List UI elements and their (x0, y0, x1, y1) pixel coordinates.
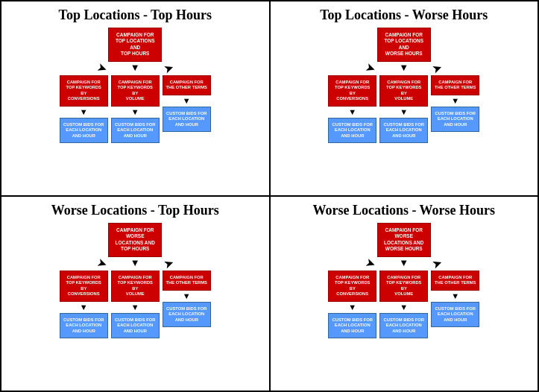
top-campaign-box-tr: CAMPAIGN FORTOP LOCATIONS ANDWORSE HOURS (377, 28, 431, 62)
bot-box-other: CUSTOM BIDS FOREACH LOCATIONAND HOUR (163, 107, 211, 133)
quadrant-title-bottom-right: Worse Locations - Worse Hours (312, 203, 495, 218)
top-campaign-box-bl: CAMPAIGN FORWORSELOCATIONS ANDTOP HOURS (108, 223, 162, 257)
quadrant-title-top-right: Top Locations - Worse Hours (320, 7, 488, 23)
diagram-bottom-right: CAMPAIGN FORWORSELOCATIONS ANDWORSE HOUR… (275, 223, 534, 338)
quadrant-bottom-left: Worse Locations - Top Hours CAMPAIGN FOR… (1, 196, 270, 391)
diagram-top-right: CAMPAIGN FORTOP LOCATIONS ANDWORSE HOURS… (275, 28, 534, 143)
mid-row: CAMPAIGN FORTOP KEYWORDS BYCONVERSIONS ▼… (6, 75, 265, 144)
quadrant-bottom-right: Worse Locations - Worse Hours CAMPAIGN F… (270, 196, 539, 391)
top-campaign-box-br: CAMPAIGN FORWORSELOCATIONS ANDWORSE HOUR… (377, 223, 431, 257)
bot-box-conversions: CUSTOM BIDS FOREACH LOCATIONAND HOUR (60, 118, 108, 144)
bot-box-volume: CUSTOM BIDS FOREACH LOCATIONAND HOUR (111, 118, 160, 144)
col-conversions: CAMPAIGN FORTOP KEYWORDS BYCONVERSIONS ▼… (60, 75, 108, 144)
quadrant-title-bottom-left: Worse Locations - Top Hours (51, 203, 219, 218)
mid-row-br: CAMPAIGN FORTOP KEYWORDS BYCONVERSIONS ▼… (275, 271, 534, 339)
mid-row-bl: CAMPAIGN FORTOP KEYWORDS BYCONVERSIONS ▼… (6, 271, 265, 339)
main-grid: Top Locations - Top Hours CAMPAIGN FORTO… (0, 0, 539, 392)
quadrant-title-top-left: Top Locations - Top Hours (59, 7, 212, 23)
quadrant-top-right: Top Locations - Worse Hours CAMPAIGN FOR… (270, 1, 539, 196)
quadrant-top-left: Top Locations - Top Hours CAMPAIGN FORTO… (1, 1, 270, 196)
mid-box-conversions: CAMPAIGN FORTOP KEYWORDS BYCONVERSIONS (60, 75, 108, 107)
diagram-top-left: CAMPAIGN FORTOP LOCATIONS ANDTOP HOURS ➤… (6, 28, 265, 143)
mid-row-tr: CAMPAIGN FORTOP KEYWORDS BYCONVERSIONS ▼… (275, 75, 534, 144)
col-volume: CAMPAIGN FORTOP KEYWORDS BYVOLUME ▼ CUST… (111, 75, 160, 144)
col-other: CAMPAIGN FORTHE OTHER TERMS ▼ CUSTOM BID… (163, 75, 211, 133)
mid-box-volume: CAMPAIGN FORTOP KEYWORDS BYVOLUME (111, 75, 160, 107)
top-campaign-box: CAMPAIGN FORTOP LOCATIONS ANDTOP HOURS (108, 28, 162, 62)
mid-box-other: CAMPAIGN FORTHE OTHER TERMS (163, 75, 211, 95)
diagram-bottom-left: CAMPAIGN FORWORSELOCATIONS ANDTOP HOURS … (6, 223, 265, 338)
